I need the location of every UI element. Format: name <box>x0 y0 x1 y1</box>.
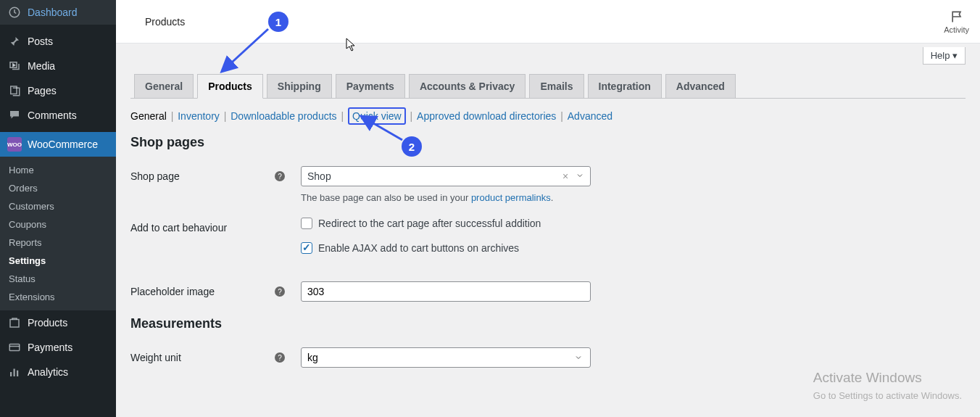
sidebar-item-label: Pages <box>28 85 57 96</box>
clear-icon[interactable]: × <box>562 170 568 182</box>
sidebar-item-dashboard[interactable]: Dashboard <box>0 0 116 25</box>
sidebar-item-label: Analytics <box>28 366 68 378</box>
weight-unit-label: Weight unit ? <box>130 347 301 363</box>
subnav-approved-dirs[interactable]: Approved download directories <box>417 110 556 122</box>
sidebar-item-products[interactable]: Products <box>0 310 116 335</box>
svg-line-8 <box>225 29 268 69</box>
shop-page-label: Shop page ? <box>130 166 301 182</box>
shop-page-select[interactable]: Shop × <box>301 166 591 186</box>
tab-advanced[interactable]: Advanced <box>665 74 736 98</box>
annotation-arrow-1 <box>217 25 275 83</box>
svg-rect-5 <box>10 372 12 376</box>
dashboard-icon <box>7 5 22 20</box>
ajax-checkbox[interactable] <box>301 242 312 254</box>
payments-icon <box>7 340 22 355</box>
help-tooltip-icon[interactable]: ? <box>275 286 285 297</box>
subsection-nav: General | Inventory | Downloadable produ… <box>130 110 966 122</box>
selected-value: Shop <box>307 170 331 182</box>
sidebar-item-label: WooCommerce <box>28 139 98 150</box>
sidebar-item-label: Payments <box>28 342 72 353</box>
content-area: Help ▾ General Products Shipping Payment… <box>116 44 980 417</box>
redirect-checkbox-row[interactable]: Redirect to the cart page after successf… <box>301 218 966 229</box>
weight-unit-select[interactable]: kg <box>301 347 591 368</box>
annotation-marker-2: 2 <box>402 136 422 157</box>
subnav-advanced[interactable]: Advanced <box>568 110 612 122</box>
tab-integration[interactable]: Integration <box>588 74 662 98</box>
tab-payments[interactable]: Payments <box>336 74 405 98</box>
svg-line-9 <box>365 118 402 140</box>
flag-icon <box>950 9 964 24</box>
sidebar-item-posts[interactable]: Posts <box>0 29 116 54</box>
sidebar-item-comments[interactable]: Comments <box>0 103 116 128</box>
sidebar-item-label: Comments <box>28 110 77 121</box>
svg-rect-4 <box>9 344 20 351</box>
subnav-current[interactable]: General <box>130 110 167 122</box>
submenu-item-settings[interactable]: Settings <box>0 252 116 270</box>
sidebar-item-analytics[interactable]: Analytics <box>0 360 116 384</box>
sidebar-item-label: Products <box>28 317 67 329</box>
subnav-inventory[interactable]: Inventory <box>178 110 220 122</box>
tab-shipping[interactable]: Shipping <box>267 74 332 98</box>
help-button[interactable]: Help ▾ <box>923 47 966 65</box>
submenu-item-status[interactable]: Status <box>0 270 116 288</box>
sidebar-item-label: Media <box>28 60 55 72</box>
admin-sidebar: Dashboard Posts Media Pages Comments WOO… <box>0 0 116 417</box>
submenu-item-orders[interactable]: Orders <box>0 179 116 197</box>
media-icon <box>7 59 22 73</box>
placeholder-image-label: Placeholder image ? <box>130 281 301 297</box>
ajax-checkbox-row[interactable]: Enable AJAX add to cart buttons on archi… <box>301 242 966 254</box>
sidebar-item-media[interactable]: Media <box>0 54 116 78</box>
page-title: Products <box>116 16 185 28</box>
tab-emails[interactable]: Emails <box>529 74 584 98</box>
svg-rect-3 <box>10 320 19 328</box>
sidebar-item-woocommerce[interactable]: WOO WooCommerce <box>0 132 116 157</box>
checkbox-label: Redirect to the cart page after successf… <box>318 218 541 229</box>
woocommerce-submenu: Home Orders Customers Coupons Reports Se… <box>0 157 116 310</box>
svg-rect-7 <box>17 371 18 376</box>
annotation-marker-1: 1 <box>268 12 288 32</box>
activity-button[interactable]: Activity <box>944 9 969 34</box>
tab-general[interactable]: General <box>134 74 194 98</box>
permalinks-link[interactable]: product permalinks <box>471 192 551 203</box>
help-tooltip-icon[interactable]: ? <box>275 171 285 181</box>
woo-icon: WOO <box>7 137 22 152</box>
sidebar-item-label: Posts <box>28 36 53 47</box>
redirect-checkbox[interactable] <box>301 218 312 229</box>
placeholder-image-input[interactable] <box>301 281 591 302</box>
help-tooltip-icon[interactable]: ? <box>275 352 285 363</box>
checkbox-label: Enable AJAX add to cart buttons on archi… <box>318 242 519 254</box>
svg-rect-6 <box>14 369 15 377</box>
submenu-item-extensions[interactable]: Extensions <box>0 288 116 306</box>
activity-label: Activity <box>944 25 969 34</box>
sidebar-item-label: Dashboard <box>28 7 78 18</box>
shop-page-description: The base page can also be used in your p… <box>301 192 966 203</box>
section-measurements: Measurements <box>130 316 966 331</box>
comments-icon <box>7 108 22 123</box>
submenu-item-customers[interactable]: Customers <box>0 197 116 215</box>
subnav-downloadable[interactable]: Downloadable products <box>231 110 336 122</box>
sidebar-item-payments[interactable]: Payments <box>0 335 116 360</box>
section-shop-pages: Shop pages <box>130 135 966 150</box>
pin-icon <box>7 34 22 49</box>
pages-icon <box>7 83 22 98</box>
add-to-cart-label: Add to cart behaviour <box>130 218 301 234</box>
sidebar-item-pages[interactable]: Pages <box>0 78 116 103</box>
analytics-icon <box>7 365 22 379</box>
tab-accounts-privacy[interactable]: Accounts & Privacy <box>409 74 526 98</box>
submenu-item-coupons[interactable]: Coupons <box>0 215 116 234</box>
submenu-item-reports[interactable]: Reports <box>0 234 116 252</box>
submenu-item-home[interactable]: Home <box>0 161 116 179</box>
products-icon <box>7 315 22 330</box>
chevron-down-icon: ▾ <box>952 50 958 61</box>
chevron-down-icon <box>576 170 584 182</box>
